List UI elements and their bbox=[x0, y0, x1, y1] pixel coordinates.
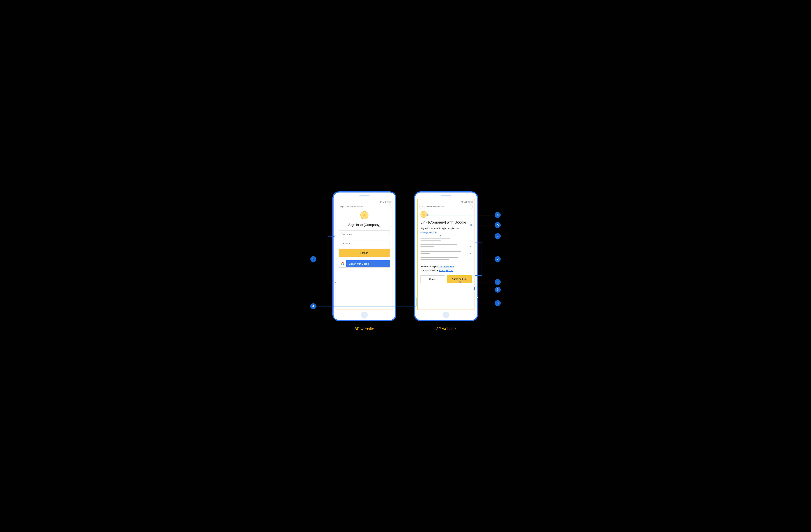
connector bbox=[471, 225, 495, 225]
policy-prefix: Review Google's bbox=[420, 265, 439, 268]
callout-2: 2 bbox=[495, 256, 501, 262]
home-button[interactable] bbox=[443, 311, 449, 318]
permission-item[interactable]: ⌄ bbox=[420, 243, 472, 249]
change-account-link[interactable]: change account bbox=[420, 231, 437, 233]
callout-A: A bbox=[495, 222, 501, 228]
permission-text bbox=[420, 251, 466, 255]
chevron-down-icon: ⌄ bbox=[470, 258, 472, 261]
permission-text bbox=[420, 244, 466, 248]
url-bar[interactable]: https://www.example.com bbox=[338, 204, 391, 209]
google-signin-label: Sign in with Google bbox=[346, 260, 390, 268]
connector-dot bbox=[474, 242, 475, 243]
connector bbox=[328, 237, 328, 282]
privacy-policy-text: Review Google's Privacy Policy bbox=[420, 265, 472, 268]
status-icons bbox=[380, 201, 386, 203]
connector bbox=[316, 259, 328, 259]
connector-dot bbox=[470, 224, 472, 226]
connector-dot bbox=[477, 297, 478, 299]
chevron-down-icon: ⌄ bbox=[470, 238, 472, 241]
connector bbox=[460, 282, 495, 282]
triangle-icon bbox=[423, 213, 425, 215]
unlink-text: You can unlink at example.com bbox=[420, 269, 472, 272]
consent-title: Link [Company] with Google bbox=[420, 220, 472, 225]
google-logo-box bbox=[339, 260, 346, 268]
content-area: Link [Company] with Google Signed in as … bbox=[417, 211, 475, 283]
url-bar[interactable]: https://www.example.com bbox=[419, 204, 473, 209]
company-logo bbox=[420, 211, 427, 218]
wifi-icon bbox=[380, 201, 382, 203]
connector bbox=[482, 259, 495, 259]
screen-frame: 12:30 https://www.example.com Link [Comp… bbox=[417, 199, 475, 310]
company-logo bbox=[361, 211, 368, 219]
signed-in-text: Signed in as user123@example.com bbox=[420, 227, 472, 230]
svg-rect-1 bbox=[385, 201, 385, 201]
permission-text bbox=[420, 238, 466, 242]
unlink-link[interactable]: example.com bbox=[439, 269, 453, 272]
callout-6: 6 bbox=[495, 287, 501, 292]
connector bbox=[474, 275, 482, 276]
connector-dot bbox=[427, 214, 429, 216]
callout-7: 7 bbox=[495, 233, 501, 239]
phone-speaker bbox=[359, 195, 369, 196]
connector-dot bbox=[474, 286, 475, 287]
connector-dot bbox=[335, 281, 336, 283]
username-field[interactable]: Username bbox=[339, 230, 390, 238]
callout-4: 4 bbox=[310, 303, 316, 309]
caption-right: 3P website bbox=[414, 326, 478, 331]
unlink-prefix: You can unlink at bbox=[420, 269, 439, 272]
callout-1: 1 bbox=[495, 279, 501, 285]
diagram-canvas: 12:30 https://www.example.com Sign in to… bbox=[281, 184, 530, 348]
phone-signin: 12:30 https://www.example.com Sign in to… bbox=[333, 192, 396, 321]
signal-icon bbox=[464, 201, 466, 203]
phone-speaker bbox=[441, 195, 451, 196]
home-button[interactable] bbox=[361, 311, 368, 318]
permission-item[interactable]: ⌄ bbox=[420, 249, 472, 256]
caption-left: 3P website bbox=[333, 326, 396, 331]
permission-item[interactable]: ⌄ bbox=[420, 236, 472, 243]
svg-rect-2 bbox=[466, 201, 468, 203]
connector-dot bbox=[474, 275, 475, 276]
phone-consent: 12:30 https://www.example.com Link [Comp… bbox=[414, 192, 478, 321]
screen-frame: 12:30 https://www.example.com Sign in to… bbox=[336, 199, 393, 310]
connector-dot bbox=[335, 236, 336, 237]
callout-8: 8 bbox=[495, 212, 501, 218]
privacy-policy-link[interactable]: Privacy Policy bbox=[439, 265, 454, 268]
button-row: Cancel Agree and link bbox=[420, 275, 472, 283]
svg-rect-3 bbox=[467, 201, 467, 201]
signin-button[interactable]: Sign In bbox=[339, 249, 390, 257]
google-icon bbox=[341, 262, 344, 265]
connector-dot bbox=[459, 281, 461, 283]
signin-title: Sign in to [Company] bbox=[339, 223, 390, 227]
cancel-button[interactable]: Cancel bbox=[420, 275, 445, 283]
status-bar: 12:30 bbox=[336, 201, 393, 204]
content-area: Sign in to [Company] Username Password S… bbox=[336, 211, 393, 268]
triangle-icon bbox=[363, 214, 366, 216]
battery-icon bbox=[385, 201, 386, 203]
permission-text bbox=[420, 257, 466, 261]
battery-icon bbox=[466, 201, 468, 203]
callout-5: 5 bbox=[310, 256, 316, 262]
status-time: 12:30 bbox=[468, 201, 473, 203]
svg-rect-0 bbox=[385, 201, 386, 203]
chevron-down-icon: ⌄ bbox=[470, 245, 472, 247]
chevron-down-icon: ⌄ bbox=[470, 251, 472, 254]
signal-icon bbox=[382, 201, 384, 203]
permission-item[interactable]: ⌄ bbox=[420, 256, 472, 263]
connector-dot bbox=[415, 297, 417, 299]
google-signin-button[interactable]: Sign in with Google bbox=[339, 260, 390, 268]
password-field[interactable]: Password bbox=[339, 240, 390, 247]
connector-dot bbox=[440, 235, 441, 237]
permissions-list: ⌄ ⌄ ⌄ bbox=[420, 236, 472, 263]
status-time: 12:30 bbox=[386, 201, 391, 203]
status-bar: 12:30 bbox=[417, 201, 475, 204]
callout-3: 3 bbox=[495, 300, 501, 306]
status-icons bbox=[461, 201, 468, 203]
wifi-icon bbox=[461, 201, 463, 203]
